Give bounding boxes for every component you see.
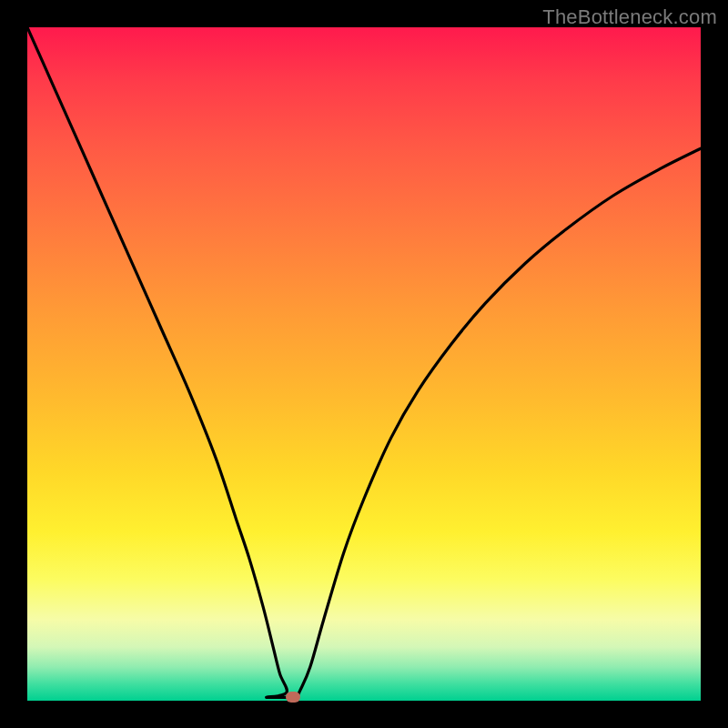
bottleneck-curve <box>27 27 701 697</box>
optimum-marker <box>286 692 300 703</box>
curve-svg <box>27 27 701 701</box>
chart-frame: TheBottleneck.com <box>0 0 728 728</box>
plot-area <box>27 27 701 701</box>
watermark-text: TheBottleneck.com <box>542 5 717 29</box>
